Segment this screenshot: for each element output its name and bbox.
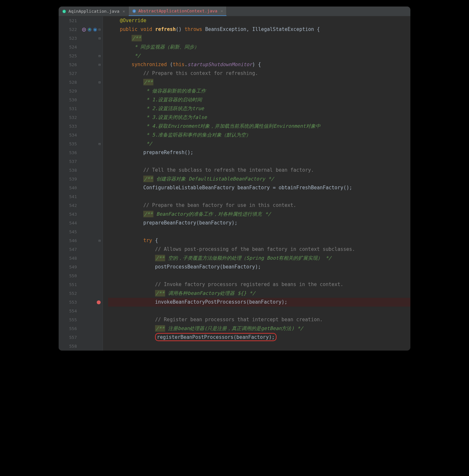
gutter-icon-row[interactable] — [79, 16, 103, 25]
line-number[interactable]: 539 — [59, 175, 79, 183]
gutter-icon-row[interactable] — [79, 210, 103, 219]
code-area[interactable]: @Overridepublic void refresh() throws Be… — [103, 16, 410, 351]
line-number[interactable]: 526 — [59, 60, 79, 69]
line-number[interactable]: 541 — [59, 192, 79, 201]
fold-icon[interactable]: ⊟ — [98, 36, 101, 40]
line-number[interactable]: 524 — [59, 43, 79, 51]
code-line[interactable] — [108, 342, 410, 351]
gutter-icon-row[interactable] — [79, 298, 103, 307]
line-number[interactable]: 555 — [59, 315, 79, 324]
line-number[interactable]: 521 — [59, 16, 79, 25]
code-line[interactable]: try { — [108, 236, 410, 245]
code-line[interactable]: * 5.准备监听器和事件的集合对象（默认为空） — [108, 131, 410, 139]
gutter-icon-row[interactable] — [79, 333, 103, 342]
gutter-icon-row[interactable] — [79, 192, 103, 201]
line-number[interactable]: 554 — [59, 307, 79, 315]
line-number[interactable]: 535 — [59, 139, 79, 148]
gutter-icon-row[interactable] — [79, 43, 103, 51]
gutter-icon-row[interactable]: ⊟ — [79, 60, 103, 69]
breakpoint-icon[interactable] — [97, 300, 101, 304]
gutter-icon-row[interactable] — [79, 148, 103, 157]
line-number[interactable]: 528 — [59, 78, 79, 87]
code-line[interactable]: registerBeanPostProcessors(beanFactory); — [108, 333, 410, 342]
line-number[interactable]: 543 — [59, 210, 79, 219]
line-number[interactable]: 538 — [59, 166, 79, 175]
fold-icon[interactable]: ⊟ — [98, 142, 101, 146]
code-line[interactable]: /** 空的，子类覆盖方法做额外的处理（Spring Boot有相关的扩展实现）… — [108, 254, 410, 263]
code-line[interactable]: prepareRefresh(); — [108, 148, 410, 157]
line-number[interactable]: 527 — [59, 69, 79, 78]
code-line[interactable]: synchronized (this.startupShutdownMonito… — [108, 60, 410, 69]
code-line[interactable]: /** 创建容器对象 DefaultListableBeanFactory */ — [108, 175, 410, 183]
line-number[interactable]: 557 — [59, 333, 79, 342]
code-line[interactable]: // Prepare this context for refreshing. — [108, 69, 410, 78]
gutter-icon-row[interactable]: ⊟ — [79, 51, 103, 60]
gutter-icon-row[interactable] — [79, 289, 103, 298]
gutter-icon-row[interactable] — [79, 227, 103, 236]
line-number[interactable]: 544 — [59, 219, 79, 227]
line-number[interactable]: 529 — [59, 87, 79, 95]
line-number[interactable]: 558 — [59, 342, 79, 351]
code-line[interactable] — [108, 227, 410, 236]
code-line[interactable]: */ — [108, 139, 410, 148]
gutter-icon-row[interactable] — [79, 69, 103, 78]
gutter-icon-row[interactable]: ⊟ — [79, 236, 103, 245]
gutter-icon-row[interactable] — [79, 315, 103, 324]
code-line[interactable]: /** 注册bean处理器(只是注册，真正调用的是getBean方法) */ — [108, 324, 410, 333]
gutter-icon-row[interactable] — [79, 122, 103, 131]
gutter-icon-row[interactable] — [79, 201, 103, 210]
code-line[interactable]: * 做容器刷新前的准备工作 — [108, 87, 410, 95]
code-line[interactable]: invokeBeanFactoryPostProcessors(beanFact… — [108, 298, 410, 307]
gutter-icon-row[interactable] — [79, 87, 103, 95]
code-line[interactable]: /** 调用各种beanFactory处理器 ${} */ — [108, 289, 410, 298]
gutter-icon-row[interactable] — [79, 183, 103, 192]
code-line[interactable]: @Override — [108, 16, 410, 25]
line-number[interactable]: 523 — [59, 34, 79, 43]
code-line[interactable] — [108, 157, 410, 166]
gutter-icon-row[interactable]: ⊟ — [79, 34, 103, 43]
gutter-icon-row[interactable] — [79, 342, 103, 351]
code-line[interactable]: prepareBeanFactory(beanFactory); — [108, 219, 410, 227]
gutter-icon-row[interactable] — [79, 280, 103, 289]
fold-icon[interactable]: ⊟ — [98, 27, 101, 32]
tab-1[interactable]: IAbstractApplicationContext.java× — [129, 7, 227, 16]
gutter-icon-row[interactable] — [79, 324, 103, 333]
line-number[interactable]: 545 — [59, 227, 79, 236]
code-line[interactable]: */ — [108, 51, 410, 60]
line-number[interactable]: 547 — [59, 245, 79, 254]
gutter-icon-row[interactable]: ⊟ — [79, 25, 103, 34]
code-line[interactable] — [108, 307, 410, 315]
line-number[interactable]: 552 — [59, 289, 79, 298]
fold-icon[interactable]: ⊟ — [98, 80, 101, 84]
line-number[interactable]: 531 — [59, 104, 79, 113]
gutter-icon-row[interactable]: ⊟ — [79, 139, 103, 148]
line-number[interactable]: 542 — [59, 201, 79, 210]
code-line[interactable]: // Invoke factory processors registered … — [108, 280, 410, 289]
code-line[interactable]: * 3.设置关闭状态为false — [108, 113, 410, 122]
gutter-icon-row[interactable] — [79, 166, 103, 175]
line-number[interactable]: 525 — [59, 51, 79, 60]
gutter-icon-row[interactable] — [79, 245, 103, 254]
line-number[interactable]: 548 — [59, 254, 79, 263]
code-line[interactable]: * 1.设置容器的启动时间 — [108, 95, 410, 104]
code-line[interactable]: * 2.设置活跃状态为true — [108, 104, 410, 113]
code-line[interactable]: // Tell the subclass to refresh the inte… — [108, 166, 410, 175]
code-line[interactable] — [108, 192, 410, 201]
gutter-icon-row[interactable] — [79, 307, 103, 315]
gutter-icon-row[interactable] — [79, 104, 103, 113]
code-line[interactable] — [108, 271, 410, 280]
close-icon[interactable]: × — [123, 9, 125, 14]
close-icon[interactable]: × — [220, 9, 223, 13]
code-line[interactable]: /** — [108, 78, 410, 87]
gutter-icon-row[interactable] — [79, 263, 103, 271]
code-line[interactable]: // Prepare the bean factory for use in t… — [108, 201, 410, 210]
line-number[interactable]: 532 — [59, 113, 79, 122]
line-number[interactable]: 550 — [59, 271, 79, 280]
gutter-icon-row[interactable] — [79, 113, 103, 122]
line-number[interactable]: 540 — [59, 183, 79, 192]
fold-icon[interactable]: ⊟ — [98, 238, 101, 243]
gutter-icon-row[interactable] — [79, 254, 103, 263]
line-number[interactable]: 533 — [59, 122, 79, 131]
gutter-icon-row[interactable] — [79, 157, 103, 166]
gutter-icon-row[interactable]: ⊟ — [79, 78, 103, 87]
